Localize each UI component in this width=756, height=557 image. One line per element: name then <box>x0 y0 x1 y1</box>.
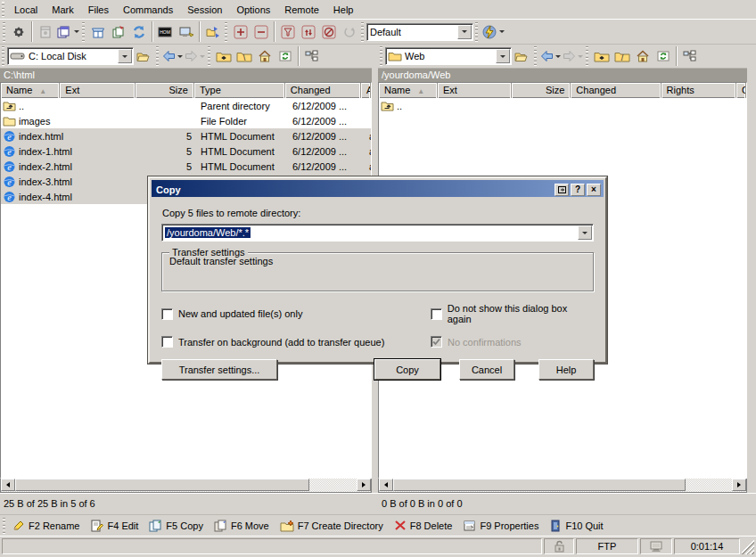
menu-item-remote[interactable]: Remote <box>277 2 326 18</box>
remote-directory-value[interactable]: /yourdoma/Web/*.* <box>165 227 251 238</box>
column-header-ext[interactable]: Ext <box>60 83 135 98</box>
left-path-bar[interactable]: C:\html <box>0 68 372 82</box>
transfer-on-background-checkbox[interactable]: Transfer on background (add to transfer … <box>161 336 431 348</box>
fkey-f4-edit[interactable]: F4 Edit <box>86 516 145 536</box>
install-app-icon[interactable] <box>176 22 196 42</box>
toolbar-gripper[interactable] <box>3 21 5 42</box>
fkey-f9-properties[interactable]: F9 Properties <box>459 516 546 536</box>
left-forward-icon[interactable] <box>184 46 206 66</box>
scroll-right-icon[interactable] <box>357 479 371 491</box>
sort-updown-icon[interactable] <box>298 22 318 42</box>
right-parent-directory-icon[interactable] <box>591 46 612 66</box>
right-tree-icon[interactable] <box>679 46 700 66</box>
menu-gripper[interactable] <box>2 2 4 17</box>
right-open-directory-icon[interactable] <box>512 46 532 66</box>
left-refresh-icon[interactable] <box>275 46 295 66</box>
no-sign-icon[interactable] <box>318 22 339 42</box>
copy-session-icon[interactable] <box>108 22 128 42</box>
right-dir-combobox[interactable]: Web <box>385 47 512 65</box>
copy-dialog-titlebar[interactable]: Copy ? × <box>152 180 604 197</box>
column-header-a[interactable]: A <box>361 83 371 98</box>
filter-icon[interactable] <box>277 22 298 42</box>
remote-directory-dropdown[interactable] <box>578 225 592 240</box>
left-home-directory-icon[interactable] <box>254 46 275 66</box>
left-scrollbar-thumb[interactable] <box>15 479 309 491</box>
column-header-rights[interactable]: Rights <box>662 83 737 98</box>
column-header-changed[interactable]: Changed <box>571 83 661 98</box>
copy-button[interactable]: Copy <box>374 359 440 380</box>
console-icon[interactable]: HOM <box>155 22 176 42</box>
scroll-left-icon[interactable] <box>379 479 393 491</box>
help-icon[interactable]: ? <box>571 184 585 196</box>
column-header-size[interactable]: Size <box>512 83 571 98</box>
menu-item-commands[interactable]: Commands <box>116 2 180 18</box>
column-header-o[interactable]: O <box>736 83 746 98</box>
scroll-right-icon[interactable] <box>732 479 746 491</box>
fkey-f5-copy[interactable]: F5 Copy <box>145 516 210 536</box>
left-parent-directory-icon[interactable] <box>213 46 234 66</box>
left-horizontal-scrollbar[interactable] <box>0 479 372 493</box>
new-and-updated-checkbox[interactable]: New and updated file(s) only <box>161 303 431 324</box>
dock-icon[interactable] <box>555 184 569 196</box>
select-remove-icon[interactable] <box>251 22 271 42</box>
scroll-left-icon[interactable] <box>1 479 15 491</box>
left-back-icon[interactable] <box>161 46 184 66</box>
address-book-icon[interactable] <box>35 22 55 42</box>
menu-item-local[interactable]: Local <box>7 2 45 18</box>
left-drive-combobox-dropdown[interactable] <box>118 49 132 63</box>
right-horizontal-scrollbar[interactable] <box>378 479 747 493</box>
duplicate-session-icon[interactable] <box>55 22 80 42</box>
no-confirmations-checkbox[interactable]: No confirmations <box>431 336 522 348</box>
file-row-index.html[interactable]: eindex.html5HTML Document6/12/2009 ...a <box>1 128 371 143</box>
menu-item-help[interactable]: Help <box>326 2 361 18</box>
right-root-directory-icon[interactable]: / <box>612 46 632 66</box>
menu-item-files[interactable]: Files <box>81 2 116 18</box>
file-row-..[interactable]: .. <box>379 98 746 113</box>
column-header-ext[interactable]: Ext <box>438 83 513 98</box>
file-row-..[interactable]: ..Parent directory6/12/2009 ... <box>1 98 371 113</box>
preferences-gear-icon[interactable] <box>8 22 29 42</box>
fkey-f10-quit[interactable]: F10 Quit <box>546 516 610 536</box>
right-home-directory-icon[interactable] <box>632 46 653 66</box>
file-row-index-1.html[interactable]: eindex-1.html5HTML Document6/12/2009 ...… <box>1 143 371 159</box>
transfer-settings-button[interactable]: Transfer settings... <box>161 359 277 380</box>
connect-lightning-icon[interactable] <box>481 22 505 42</box>
column-header-name[interactable]: Name▲ <box>379 83 438 98</box>
file-row-images[interactable]: imagesFile Folder6/12/2009 ... <box>1 113 371 128</box>
fkey-f8-delete[interactable]: F8 Delete <box>390 516 460 536</box>
right-scrollbar-thumb[interactable] <box>393 479 686 491</box>
cancel-button[interactable]: Cancel <box>459 359 514 380</box>
column-header-changed[interactable]: Changed <box>285 83 361 98</box>
menu-item-mark[interactable]: Mark <box>45 2 80 18</box>
file-row-index-2.html[interactable]: eindex-2.html5HTML Document6/12/2009 ...… <box>1 159 371 174</box>
cycle-icon[interactable] <box>339 22 359 42</box>
select-add-icon[interactable] <box>230 22 251 42</box>
left-open-directory-icon[interactable] <box>134 46 154 66</box>
left-drive-combobox[interactable]: C: Local Disk <box>7 47 134 65</box>
do-not-show-again-checkbox[interactable]: Do not show this dialog box again <box>431 303 594 324</box>
session-combobox[interactable]: Default <box>366 23 473 41</box>
column-header-name[interactable]: Name▲ <box>1 83 60 98</box>
column-header-size[interactable]: Size <box>136 83 194 98</box>
right-dir-combobox-dropdown[interactable] <box>496 49 510 63</box>
left-root-directory-icon[interactable]: \ <box>234 46 254 66</box>
package-icon[interactable] <box>87 22 108 42</box>
menu-item-options[interactable]: Options <box>229 2 277 18</box>
fkey-f6-move[interactable]: F6 Move <box>210 516 276 536</box>
left-tree-icon[interactable] <box>301 46 322 66</box>
resize-grip[interactable] <box>742 538 754 554</box>
right-refresh-icon[interactable] <box>653 46 673 66</box>
fkey-f2-rename[interactable]: F2 Rename <box>8 516 86 536</box>
session-combobox-dropdown[interactable] <box>457 25 472 39</box>
right-forward-icon[interactable] <box>562 46 584 66</box>
right-path-bar[interactable]: /yourdoma/Web <box>378 68 747 82</box>
synchronize-browsing-icon[interactable] <box>202 22 223 42</box>
help-button[interactable]: Help <box>538 359 594 380</box>
menu-item-session[interactable]: Session <box>180 2 229 18</box>
right-back-icon[interactable] <box>539 46 562 66</box>
remote-directory-combobox[interactable]: /yourdoma/Web/*.* <box>161 224 594 242</box>
column-header-type[interactable]: Type <box>194 83 285 98</box>
fkey-f7-create-directory[interactable]: F7 Create Directory <box>276 516 390 536</box>
close-icon[interactable]: × <box>587 184 601 196</box>
reload-icon[interactable] <box>128 22 149 42</box>
